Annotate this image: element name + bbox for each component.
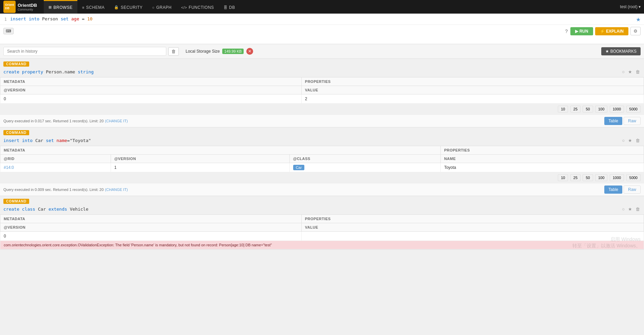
metadata-header-2: METADATA [0, 146, 441, 155]
cmd1-circle-btn[interactable]: ○ [621, 69, 625, 74]
command-text-3: create class Car extends Vehicle ○ ★ 🗑 [0, 205, 644, 214]
editor-line: 1 insert into Person set age = 10 [0, 14, 644, 24]
command-actions-3: ○ ★ 🗑 [621, 207, 641, 212]
cmd2-table: Car [35, 138, 46, 143]
btn-view-table-2[interactable]: Table [604, 186, 622, 194]
result-table-2: METADATA PROPERTIES @rid @version @class… [0, 146, 644, 172]
page-btn-1000-2[interactable]: 1000 [610, 174, 624, 181]
table-row: 0 2 [0, 94, 644, 104]
command-badge-3: COMMAND [3, 199, 29, 204]
keyboard-icon[interactable]: ⌨ [3, 28, 14, 34]
cmd3-star-btn[interactable]: ★ [627, 207, 633, 212]
page-btn-5000-2[interactable]: 5000 [626, 174, 641, 181]
nav-label-functions: FUNCTIONS [189, 5, 214, 10]
history-search-input[interactable] [3, 47, 166, 56]
help-button[interactable]: ? [565, 29, 568, 34]
kw-set-2: set [46, 138, 56, 143]
nav-label-security: SECURITY [121, 5, 143, 10]
explain-button[interactable]: ⚡ EXPLAIN [595, 27, 628, 35]
page-btn-25-1[interactable]: 25 [570, 106, 581, 112]
run-button[interactable]: ▶ RUN [570, 27, 593, 35]
cell-rid-2: #14:0 [0, 163, 111, 172]
kw-create-1: create property [3, 69, 46, 74]
storage-info: Local Storage Size 149.99 KB ✕ [186, 48, 253, 55]
error-message-3: com.orientechnologies.orient.core.except… [0, 241, 644, 249]
nav-item-security[interactable]: 🔒 SECURITY [109, 0, 147, 14]
kw-insert-2: insert into [3, 138, 35, 143]
cmd1-delete-btn[interactable]: 🗑 [635, 69, 641, 74]
properties-header-2: PROPERTIES [440, 146, 644, 155]
result-table-3: METADATA PROPERTIES @version value 0 com… [0, 214, 644, 249]
cmd1-class: Person.name [46, 69, 78, 74]
cmd2-delete-btn[interactable]: 🗑 [635, 138, 641, 143]
table-name: Person [42, 16, 61, 21]
nav-item-schema[interactable]: ≡ SCHEMA [77, 0, 109, 14]
btn-view-raw-2[interactable]: Raw [624, 186, 641, 194]
cell-class-2: Car [289, 163, 440, 172]
command-actions-2: ○ ★ 🗑 [621, 138, 641, 143]
settings-button[interactable]: ⚙ [630, 27, 641, 35]
cmd1-type: string [78, 69, 94, 74]
cmd1-star-btn[interactable]: ★ [627, 69, 633, 74]
cmd2-eq: ="Toyota" [67, 138, 91, 143]
metadata-header-1: METADATA [0, 77, 302, 86]
change-link-2[interactable]: (CHANGE IT) [105, 188, 128, 192]
error-row-3: com.orientechnologies.orient.core.except… [0, 241, 644, 249]
nav-item-functions[interactable]: </> FUNCTIONS [176, 0, 219, 14]
command-block-1: COMMAND create property Person.name stri… [0, 59, 644, 127]
nav-item-db[interactable]: 🗄 DB [219, 0, 240, 14]
cmd3-circle-btn[interactable]: ○ [621, 207, 625, 212]
eq-sign: = [79, 16, 87, 21]
page-btn-5000-1[interactable]: 5000 [626, 106, 641, 112]
btn-view-raw-1[interactable]: Raw [624, 117, 641, 125]
bookmarks-button[interactable]: ★ BOOKMARKS [601, 47, 641, 55]
page-btn-50-2[interactable]: 50 [583, 174, 593, 181]
graph-icon: ○ [152, 5, 154, 10]
cmd2-circle-btn[interactable]: ○ [621, 138, 625, 143]
col-version-3: @version [0, 223, 302, 232]
properties-header-1: PROPERTIES [301, 77, 644, 86]
browse-icon: ⊞ [49, 5, 52, 10]
cmd3-delete-btn[interactable]: 🗑 [635, 207, 641, 212]
col-name-2: name [440, 155, 644, 163]
rid-link-2[interactable]: #14:0 [4, 165, 14, 170]
page-btn-100-1[interactable]: 100 [595, 106, 607, 112]
clear-history-button[interactable]: 🗑 [168, 47, 179, 56]
storage-clear-button[interactable]: ✕ [246, 48, 253, 55]
btn-view-table-1[interactable]: Table [604, 117, 622, 125]
col-version-2: @version [111, 155, 289, 163]
history-bar: 🗑 Local Storage Size 149.99 KB ✕ ★ BOOKM… [0, 44, 644, 59]
command-actions-1: ○ ★ 🗑 [621, 69, 641, 74]
nav-label-graph: GRAPH [156, 5, 172, 10]
page-btn-1000-1[interactable]: 1000 [610, 106, 624, 112]
editor-code[interactable]: insert into Person set age = 10 [10, 16, 644, 21]
properties-header-3: PROPERTIES [301, 215, 644, 223]
brand: OrientDB OrientDB Community [3, 1, 37, 13]
query-info-2: Query executed in 0.009 sec. Returned 1 … [3, 188, 128, 192]
star-icon[interactable]: ★ [636, 16, 641, 23]
page-btn-50-1[interactable]: 50 [583, 106, 593, 112]
page-btn-10-2[interactable]: 10 [558, 174, 568, 181]
main-content: COMMAND create property Person.name stri… [0, 59, 644, 250]
storage-label: Local Storage Size [186, 49, 220, 54]
navbar: OrientDB OrientDB Community ⊞ BROWSE ≡ S… [0, 0, 644, 14]
nav-item-browse[interactable]: ⊞ BROWSE [44, 0, 77, 14]
nav-user[interactable]: test (root) ▾ [620, 4, 641, 9]
cell-value-1: 2 [301, 94, 644, 104]
page-btn-10-1[interactable]: 10 [558, 106, 568, 112]
view-btns-1: Table Raw [604, 117, 641, 125]
table-row: 0 [0, 232, 644, 241]
col-version-1: @version [0, 86, 302, 94]
change-link-1[interactable]: (CHANGE IT) [105, 119, 128, 123]
brand-logo: OrientDB [3, 1, 16, 13]
command-label-1: COMMAND [0, 59, 644, 68]
brand-name: OrientDB Community [18, 3, 37, 11]
command-text-2: insert into Car set name="Toyota" ○ ★ 🗑 [0, 137, 644, 146]
nav-item-graph[interactable]: ○ GRAPH [147, 0, 176, 14]
cell-name-2: Toyota [440, 163, 644, 172]
cmd2-star-btn[interactable]: ★ [627, 138, 633, 143]
page-btn-25-2[interactable]: 25 [570, 174, 581, 181]
col-rid-2: @rid [0, 155, 111, 163]
page-btn-100-2[interactable]: 100 [595, 174, 607, 181]
command-block-3: COMMAND create class Car extends Vehicle… [0, 196, 644, 250]
